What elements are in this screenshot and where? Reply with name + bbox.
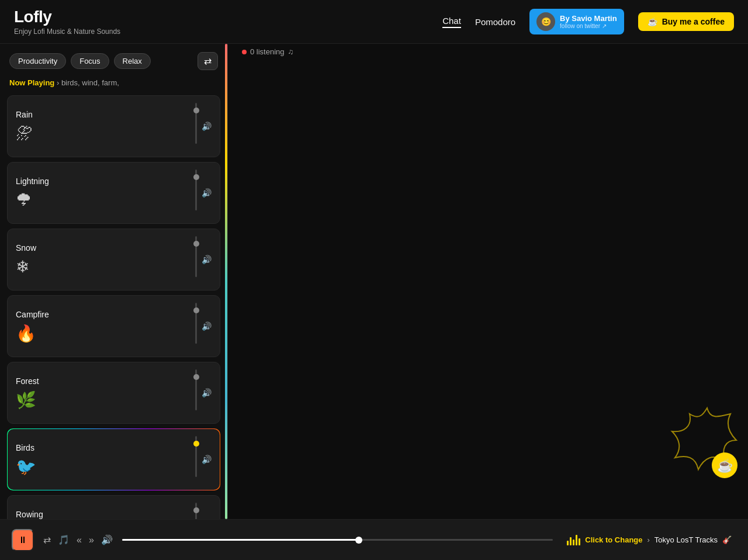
sound-controls-3: 🔊 <box>195 303 212 350</box>
sound-info-0: Rain ⛈ <box>16 110 189 143</box>
header: Lofly Enjoy Lofi Music & Nature Sounds C… <box>0 0 748 44</box>
bottom-player: ⏸ ⇄ 🎵 « » 🔊 Click to Change › Tokyo LosT… <box>0 519 748 560</box>
logo-section: Lofly Enjoy Lofi Music & Nature Sounds <box>14 8 442 36</box>
progress-bar[interactable] <box>122 539 553 541</box>
coffee-decoration: ☕ <box>666 402 748 478</box>
sound-card-rain[interactable]: Rain ⛈ 🔊 <box>7 95 220 157</box>
svg-point-0 <box>712 452 737 478</box>
nav-chat[interactable]: Chat <box>442 16 461 28</box>
volume-icon-1[interactable]: 🔊 <box>202 188 212 198</box>
volume-icon-4[interactable]: 🔊 <box>202 388 212 397</box>
volume-icon-5[interactable]: 🔊 <box>202 455 212 464</box>
twitter-info: By Savio Martin follow on twitter ↗ <box>560 14 617 29</box>
music-note-icon: ♫ <box>288 47 294 56</box>
volume-slider-2[interactable] <box>195 236 197 283</box>
sound-icon-5: 🐦 <box>16 457 189 476</box>
equalizer-icon <box>567 535 580 545</box>
volume-button[interactable]: 🔊 <box>101 534 113 545</box>
sidebar-top: Productivity Focus Relax ⇄ <box>0 44 227 76</box>
prev-button[interactable]: « <box>77 535 82 545</box>
volume-slider-4[interactable] <box>195 369 197 416</box>
now-playing-bar: Now Playing › birds, wind, farm, <box>0 76 227 93</box>
arrow-separator: › <box>647 535 650 544</box>
volume-slider-6[interactable] <box>195 503 197 519</box>
filter-productivity[interactable]: Productivity <box>9 53 66 69</box>
sound-card-active-wrapper-5: Birds 🐦 🔊 <box>7 428 220 490</box>
sound-name-6: Rowing <box>16 510 189 519</box>
pause-button[interactable]: ⏸ <box>12 529 34 551</box>
sound-info-4: Forest 🌿 <box>16 376 189 410</box>
sound-info-1: Lightning 🌩 <box>16 177 189 210</box>
main-layout: Productivity Focus Relax ⇄ Now Playing ›… <box>0 44 748 519</box>
sound-controls-6: 🔊 <box>195 503 212 519</box>
now-playing-label: Now Playing <box>9 78 54 87</box>
sound-name-3: Campfire <box>16 310 189 319</box>
header-nav: Chat Pomodoro 😊 By Savio Martin follow o… <box>442 9 734 34</box>
listening-status: 0 listening ♫ <box>228 44 748 60</box>
volume-icon-2[interactable]: 🔊 <box>202 255 212 264</box>
sound-icon-2: ❄ <box>16 257 189 276</box>
listening-dot <box>242 50 247 54</box>
track-name: Tokyo LosT Tracks <box>654 535 718 544</box>
sound-icon-0: ⛈ <box>16 124 189 143</box>
sound-card-birds[interactable]: Birds 🐦 🔊 <box>8 429 220 490</box>
sound-card-snow[interactable]: Snow ❄ 🔊 <box>7 229 220 291</box>
sound-card-rowing[interactable]: Rowing ⛵ 🔊 <box>7 495 220 519</box>
twitter-button[interactable]: 😊 By Savio Martin follow on twitter ↗ <box>529 9 624 34</box>
next-button[interactable]: » <box>89 535 94 545</box>
sound-info-2: Snow ❄ <box>16 243 189 276</box>
sound-name-0: Rain <box>16 110 189 119</box>
coffee-label: Buy me a coffee <box>662 17 725 26</box>
sound-controls-0: 🔊 <box>195 103 212 150</box>
nav-pomodoro[interactable]: Pomodoro <box>475 17 515 27</box>
queue-button[interactable]: 🎵 <box>58 534 70 545</box>
sound-icon-3: 🔥 <box>16 324 189 343</box>
avatar: 😊 <box>536 12 555 31</box>
sound-name-4: Forest <box>16 376 189 386</box>
filter-relax[interactable]: Relax <box>114 53 151 69</box>
shuffle-button[interactable]: ⇄ <box>43 534 51 545</box>
sound-icon-1: 🌩 <box>16 191 189 210</box>
sound-info-5: Birds 🐦 <box>16 443 189 476</box>
progress-track[interactable] <box>122 539 553 541</box>
volume-slider-5[interactable] <box>195 436 197 483</box>
sound-icon-4: 🌿 <box>16 390 189 410</box>
twitter-name: By Savio Martin <box>560 14 617 23</box>
scroll-indicator <box>225 44 227 519</box>
volume-slider-1[interactable] <box>195 170 197 216</box>
right-panel: 0 listening ♫ ☕ <box>228 44 748 519</box>
sound-info-6: Rowing ⛵ <box>16 510 189 520</box>
filter-focus[interactable]: Focus <box>71 53 109 69</box>
click-to-change[interactable]: Click to Change <box>585 535 642 544</box>
sound-name-5: Birds <box>16 443 189 452</box>
sound-info-3: Campfire 🔥 <box>16 310 189 343</box>
sound-controls-5: 🔊 <box>195 436 212 483</box>
volume-icon-0[interactable]: 🔊 <box>202 122 212 131</box>
sound-list: Rain ⛈ 🔊 Lightning 🌩 <box>0 93 227 519</box>
sound-name-2: Snow <box>16 243 189 253</box>
track-emoji: 🎸 <box>722 535 732 544</box>
volume-icon-3[interactable]: 🔊 <box>202 322 212 331</box>
sound-name-1: Lightning <box>16 177 189 186</box>
sound-controls-4: 🔊 <box>195 369 212 416</box>
sound-controls-2: 🔊 <box>195 236 212 283</box>
volume-slider-0[interactable] <box>195 103 197 150</box>
sidebar: Productivity Focus Relax ⇄ Now Playing ›… <box>0 44 228 519</box>
app-title: Lofly <box>14 8 442 26</box>
progress-fill <box>122 539 359 541</box>
sound-card-forest[interactable]: Forest 🌿 🔊 <box>7 362 220 424</box>
svg-text:☕: ☕ <box>717 458 733 473</box>
filter-icon-button[interactable]: ⇄ <box>198 52 218 70</box>
volume-slider-3[interactable] <box>195 303 197 350</box>
player-controls: ⇄ 🎵 « » 🔊 <box>43 534 113 545</box>
coffee-icon: ☕ <box>647 17 657 26</box>
now-playing-chevron: › <box>57 78 61 87</box>
sound-card-lightning[interactable]: Lightning 🌩 🔊 <box>7 162 220 224</box>
track-info: Click to Change › Tokyo LosT Tracks 🎸 <box>562 535 736 545</box>
sound-controls-1: 🔊 <box>195 170 212 216</box>
buy-coffee-button[interactable]: ☕ Buy me a coffee <box>638 12 734 31</box>
pause-icon: ⏸ <box>18 535 27 545</box>
sound-card-campfire[interactable]: Campfire 🔥 🔊 <box>7 295 220 357</box>
listening-count: 0 listening <box>250 47 285 56</box>
now-playing-text: birds, wind, farm, <box>61 78 119 87</box>
